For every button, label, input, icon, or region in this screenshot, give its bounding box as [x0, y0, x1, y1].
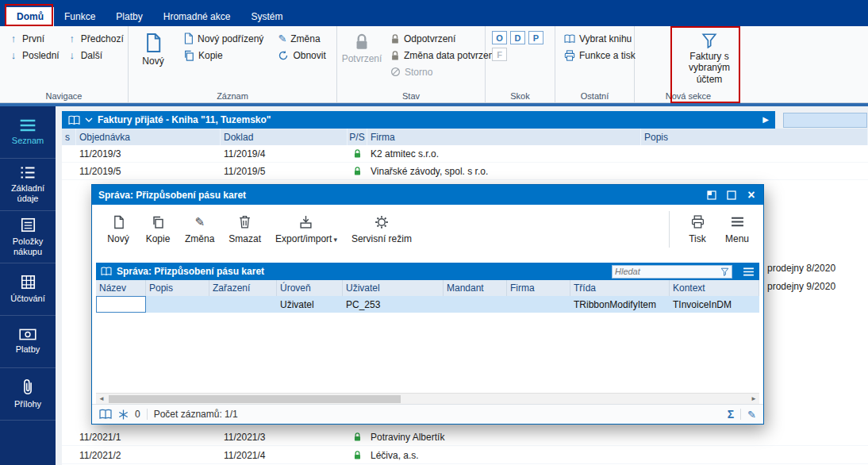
- jump-o-button[interactable]: O: [492, 31, 507, 44]
- sidebar-item-platby[interactable]: Platby: [0, 316, 56, 368]
- table-row[interactable]: 11/2019/3 11/2019/4 K2 atmitec s.r.o.: [62, 145, 868, 163]
- focused-cell[interactable]: [96, 296, 146, 313]
- table-row[interactable]: 11/2021/2 11/2021/4 Léčiva, a.s.: [62, 447, 868, 464]
- ribbon-group-ostatni: Vybrat knihu Funkce a tisk Ostatní: [555, 26, 635, 102]
- status-separator: [740, 409, 741, 420]
- confirm-button[interactable]: Potvrzení: [342, 30, 382, 67]
- horizontal-scrollbar[interactable]: ◄ ►: [96, 393, 759, 404]
- scroll-left-icon[interactable]: ◄: [96, 396, 107, 402]
- column-header-uroven[interactable]: Úroveň: [277, 280, 343, 296]
- column-header-firma[interactable]: Firma: [507, 280, 570, 296]
- banknote-icon: [19, 329, 36, 340]
- tab-hromadne-akce[interactable]: Hromadné akce: [153, 7, 241, 26]
- search-box: [612, 265, 732, 279]
- list-menu-icon[interactable]: [743, 267, 755, 276]
- dialog-new-button[interactable]: Nový: [100, 209, 136, 250]
- column-header-firma[interactable]: Firma: [367, 129, 641, 145]
- snowflake-icon[interactable]: [118, 409, 129, 420]
- document-icon: [144, 33, 162, 53]
- column-header-trida[interactable]: Třída: [570, 280, 670, 296]
- jump-f-button[interactable]: F: [492, 48, 507, 61]
- jump-d-button[interactable]: D: [510, 31, 525, 44]
- tab-platby[interactable]: Platby: [106, 7, 152, 26]
- unconfirm-button[interactable]: Odpotvrzení: [386, 30, 501, 47]
- functions-print-button[interactable]: Funkce a tisk: [560, 47, 639, 63]
- column-header-kontext[interactable]: Kontext: [670, 280, 759, 296]
- sidebar-item-zakladni-udaje[interactable]: Základní údaje: [0, 159, 56, 211]
- table-row[interactable]: 11/2021/1 11/2021/3 Potraviny Albertík: [62, 428, 868, 446]
- dialog-change-button[interactable]: ✎ Změna: [179, 209, 220, 250]
- play-icon[interactable]: ▶: [762, 116, 769, 124]
- dialog-copy-label: Kopie: [146, 233, 171, 244]
- column-header-nazev[interactable]: Název: [96, 280, 146, 296]
- filter-funnel-icon[interactable]: [720, 267, 729, 276]
- book-view-icon[interactable]: [99, 409, 112, 420]
- column-header-uzivatel[interactable]: Uživatel: [343, 280, 444, 296]
- book-icon: [564, 34, 575, 44]
- tab-system[interactable]: Systém: [240, 7, 293, 26]
- sidebar-item-polozky-nakupu[interactable]: Položky nákupu: [0, 211, 56, 263]
- sidebar-item-prilohy[interactable]: Přílohy: [0, 368, 56, 421]
- grid-icon: [21, 275, 36, 290]
- column-header-popis[interactable]: Popis: [641, 129, 868, 145]
- form-icon: [21, 217, 36, 232]
- dock-window-icon[interactable]: [703, 187, 720, 203]
- table-row[interactable]: 11/2019/5 11/2019/5 Vinařské závody, spo…: [62, 163, 868, 180]
- dialog-service-mode-button[interactable]: Servisní režim: [346, 209, 417, 250]
- sidebar-item-seznam[interactable]: Seznam: [0, 106, 56, 159]
- close-icon[interactable]: ×: [743, 187, 760, 203]
- copy-button[interactable]: Kopie: [179, 47, 267, 63]
- next-button[interactable]: ↓Další: [63, 47, 128, 63]
- column-header-s[interactable]: s: [62, 129, 76, 145]
- select-book-button[interactable]: Vybrat knihu: [560, 30, 639, 47]
- invoices-with-account-button[interactable]: Faktury s vybraným účtem: [679, 30, 739, 87]
- first-button[interactable]: ↑První: [5, 30, 63, 47]
- tab-domu[interactable]: Domů: [6, 7, 54, 26]
- sidebar-item-uctovani[interactable]: Účtování: [0, 263, 56, 316]
- dialog-delete-button[interactable]: Smazat: [223, 209, 267, 250]
- last-button[interactable]: ↓Poslední: [5, 47, 63, 63]
- cell-zarazeni: [209, 296, 277, 313]
- edit-pencil-icon[interactable]: ✎: [747, 409, 756, 421]
- column-header-objednavka[interactable]: Objednávka: [76, 129, 221, 145]
- scrollbar-thumb[interactable]: [109, 395, 401, 403]
- storno-button[interactable]: Storno: [386, 63, 501, 80]
- book-icon[interactable]: [68, 115, 80, 125]
- column-header-mandant[interactable]: Mandant: [444, 280, 507, 296]
- jump-p-button[interactable]: P: [528, 31, 543, 44]
- cell-objednavka: 11/2021/1: [76, 432, 221, 443]
- change-confirm-date-button[interactable]: Změna data potvrzení: [386, 47, 501, 63]
- document-icon: [183, 33, 194, 44]
- dialog-export-import-button[interactable]: Export/import▾: [270, 209, 343, 250]
- sidebar-item-label: Základní údaje: [2, 183, 54, 203]
- column-header-ps[interactable]: P/S: [348, 129, 367, 145]
- previous-button[interactable]: ↑Předchozí: [63, 30, 128, 47]
- export-import-icon: [299, 214, 313, 230]
- column-header-doklad[interactable]: Doklad: [221, 129, 348, 145]
- sum-icon[interactable]: Σ: [728, 408, 734, 421]
- change-confirm-date-label: Změna data potvrzení: [404, 50, 497, 61]
- column-header-zarazeni[interactable]: Zařazení: [209, 280, 277, 296]
- partial-row-popis: prodejny 9/2020: [767, 281, 835, 292]
- dialog-copy-button[interactable]: Kopie: [140, 209, 176, 250]
- dialog-table-row[interactable]: Uživatel PC_253 TRibbonModifyItem TInvoi…: [96, 296, 759, 313]
- dialog-menu-button[interactable]: Menu: [719, 209, 755, 250]
- change-button[interactable]: ✎Změna: [274, 30, 329, 47]
- cell-doklad: 11/2019/4: [221, 148, 348, 159]
- ribbon-group-zaznam: Nový Nový podřízený Kopie ✎Změna Obnovit…: [129, 26, 337, 102]
- chevron-down-icon[interactable]: [85, 117, 93, 122]
- refresh-button[interactable]: Obnovit: [274, 47, 329, 63]
- sidebar-item-label: Přílohy: [14, 399, 41, 409]
- new-button[interactable]: Nový: [133, 30, 173, 69]
- down-arrow-icon: ↓: [9, 49, 18, 61]
- dialog-print-button[interactable]: Tisk: [679, 209, 716, 250]
- lock-icon: [354, 33, 370, 51]
- app-window: Domů Funkce Platby Hromadné akce Systém …: [0, 0, 868, 465]
- scroll-right-icon[interactable]: ►: [748, 396, 759, 402]
- maximize-icon[interactable]: [723, 187, 740, 203]
- quick-filter-input[interactable]: [783, 113, 867, 128]
- new-child-button[interactable]: Nový podřízený: [179, 30, 267, 47]
- search-input[interactable]: [615, 267, 718, 276]
- tab-funkce[interactable]: Funkce: [54, 7, 106, 26]
- column-header-popis[interactable]: Popis: [146, 280, 209, 296]
